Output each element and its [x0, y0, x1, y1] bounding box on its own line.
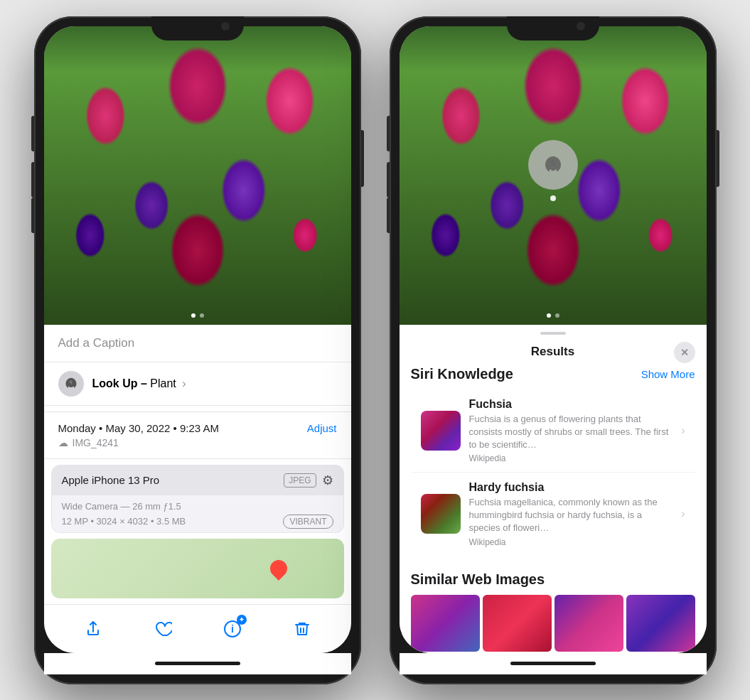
flower-photo-left	[44, 26, 351, 325]
hardy-thumb-image	[421, 494, 461, 534]
right-phone-screen: Results ✕ Siri Knowledge Show More	[400, 26, 707, 653]
fuchsia-source: Wikipedia	[469, 453, 673, 463]
caption-placeholder[interactable]: Add a Caption	[58, 336, 135, 350]
notch	[151, 16, 244, 41]
fuchsia-thumb	[421, 411, 461, 451]
photo-area-right[interactable]	[400, 26, 707, 325]
hardy-chevron: ›	[681, 507, 685, 520]
jpeg-badge: JPEG	[284, 473, 316, 488]
siri-knowledge-header: Siri Knowledge Show More	[411, 366, 695, 382]
home-bar-left	[155, 662, 240, 665]
siri-dot	[550, 195, 556, 201]
results-header: Results ✕	[400, 335, 707, 366]
home-bar-right	[510, 662, 596, 665]
phones-container: Add a Caption Look Up – Plant › Monday •…	[20, 2, 731, 699]
trash-icon	[294, 620, 311, 637]
lookup-icon	[58, 371, 84, 397]
notch-camera	[221, 22, 230, 31]
map-pin	[267, 556, 291, 581]
fuchsia-name: Fuchsia	[469, 398, 673, 411]
right-phone: Results ✕ Siri Knowledge Show More	[390, 16, 717, 684]
vibrant-badge: VIBRANT	[283, 515, 333, 529]
camera-detail-2: 12 MP • 3024 × 4032 • 3.5 MB VIBRANT	[62, 515, 333, 529]
home-indicator-right	[400, 653, 707, 674]
hardy-thumb	[421, 494, 461, 534]
heart-icon	[154, 620, 172, 637]
map-area[interactable]	[51, 539, 344, 598]
results-panel[interactable]: Results ✕ Siri Knowledge Show More	[400, 325, 707, 653]
lookup-label: Look Up – Plant ›	[92, 377, 186, 390]
page-dot-right-1	[547, 313, 551, 318]
similar-thumb-1[interactable]	[411, 595, 480, 652]
trash-button[interactable]	[286, 613, 318, 645]
info-notification-badge: ✦	[237, 615, 247, 625]
page-dot-2	[200, 313, 204, 318]
hardy-text: Hardy fuchsia Fuchsia magellanica, commo…	[469, 481, 673, 547]
page-dot-1	[191, 313, 195, 318]
similar-title: Similar Web Images	[411, 571, 695, 588]
fuchsia-desc: Fuchsia is a genus of flowering plants t…	[469, 413, 673, 452]
similar-grid	[411, 595, 695, 652]
hardy-fuchsia-item[interactable]: Hardy fuchsia Fuchsia magellanica, commo…	[411, 473, 695, 556]
page-dot-right-2	[555, 313, 559, 318]
settings-icon: ⚙	[322, 473, 333, 488]
similar-thumb-3[interactable]	[555, 595, 623, 652]
results-title: Results	[531, 345, 574, 359]
siri-circle	[528, 140, 578, 190]
page-dots-right	[547, 313, 559, 318]
info-button[interactable]: i ✦	[217, 613, 248, 645]
left-phone-screen: Add a Caption Look Up – Plant › Monday •…	[44, 26, 351, 653]
camera-detail-1: Wide Camera — 26 mm ƒ1.5	[62, 501, 333, 512]
hardy-name: Hardy fuchsia	[469, 481, 673, 494]
info-filename: ☁ IMG_4241	[58, 437, 337, 448]
leaf-icon	[64, 377, 78, 391]
show-more-button[interactable]: Show More	[641, 368, 695, 380]
info-date-row: Monday • May 30, 2022 • 9:23 AM Adjust	[58, 422, 337, 434]
info-section: Monday • May 30, 2022 • 9:23 AM Adjust ☁…	[44, 411, 351, 459]
siri-bubble	[528, 140, 578, 201]
caption-area[interactable]: Add a Caption	[44, 325, 351, 362]
fuchsia-thumb-image	[421, 411, 461, 451]
left-phone: Add a Caption Look Up – Plant › Monday •…	[34, 16, 361, 684]
hardy-desc: Fuchsia magellanica, commonly known as t…	[469, 496, 673, 535]
similar-thumb-2[interactable]	[483, 595, 552, 652]
similar-thumb-4[interactable]	[626, 595, 695, 652]
notch-camera-right	[577, 22, 585, 31]
camera-badges: JPEG ⚙	[284, 473, 333, 488]
photo-area-left[interactable]	[44, 26, 351, 325]
share-button[interactable]	[77, 613, 109, 645]
fuchsia-item[interactable]: Fuchsia Fuchsia is a genus of flowering …	[411, 389, 695, 473]
adjust-button[interactable]: Adjust	[307, 422, 337, 434]
fuchsia-chevron: ›	[681, 424, 685, 437]
page-dots	[191, 313, 204, 318]
svg-text:i: i	[231, 623, 234, 635]
heart-button[interactable]	[147, 613, 178, 645]
similar-section: Similar Web Images	[400, 563, 707, 652]
info-date: Monday • May 30, 2022 • 9:23 AM	[58, 422, 219, 434]
home-indicator-left	[44, 653, 351, 674]
lookup-chevron: ›	[179, 377, 186, 389]
hardy-source: Wikipedia	[469, 537, 673, 547]
lookup-row[interactable]: Look Up – Plant ›	[44, 362, 351, 406]
siri-knowledge-title: Siri Knowledge	[411, 366, 513, 382]
cloud-icon: ☁	[58, 437, 68, 448]
results-close-button[interactable]: ✕	[674, 342, 695, 363]
camera-model: Apple iPhone 13 Pro	[62, 474, 160, 486]
camera-header: Apple iPhone 13 Pro JPEG ⚙	[52, 465, 343, 495]
toolbar: i ✦	[44, 604, 351, 653]
siri-leaf-icon	[542, 154, 564, 176]
camera-section: Apple iPhone 13 Pro JPEG ⚙ Wide Camera —…	[51, 465, 344, 534]
notch-right	[507, 16, 599, 41]
siri-knowledge-section: Siri Knowledge Show More Fuchsia Fuchsia…	[400, 366, 707, 563]
knowledge-card: Fuchsia Fuchsia is a genus of flowering …	[411, 389, 695, 556]
camera-details: Wide Camera — 26 mm ƒ1.5 12 MP • 3024 × …	[52, 495, 343, 534]
share-icon	[85, 620, 102, 637]
fuchsia-text: Fuchsia Fuchsia is a genus of flowering …	[469, 398, 673, 464]
